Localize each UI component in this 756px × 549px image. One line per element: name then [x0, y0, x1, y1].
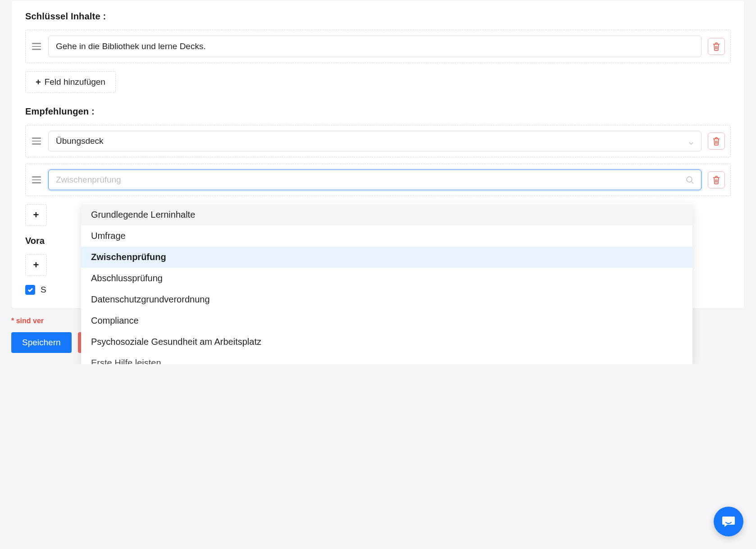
- svg-point-0: [687, 177, 692, 182]
- recommendation-row-2: Zwischenprüfung: [25, 164, 731, 196]
- select-placeholder: Zwischenprüfung: [56, 175, 121, 185]
- dropdown-item[interactable]: Zwischenprüfung: [81, 247, 692, 268]
- plus-icon: +: [33, 259, 39, 271]
- search-icon: [686, 176, 694, 184]
- dropdown-item[interactable]: Erste Hilfe leisten: [81, 352, 692, 364]
- trash-icon: [712, 137, 720, 146]
- key-contents-row: [25, 30, 731, 63]
- key-contents-input[interactable]: [48, 36, 701, 57]
- trash-icon: [712, 42, 720, 51]
- delete-button[interactable]: [708, 171, 725, 188]
- delete-button[interactable]: [708, 38, 725, 55]
- drag-handle-icon[interactable]: [31, 42, 42, 51]
- trash-icon: [712, 175, 720, 184]
- add-field-button[interactable]: + Feld hinzufügen: [25, 71, 116, 93]
- add-recommendation-button[interactable]: +: [25, 204, 47, 226]
- recommendations-block: Übungsdeck Zwischenprüfung: [25, 125, 731, 196]
- dropdown-item[interactable]: Abschlussprüfung: [81, 268, 692, 289]
- add-prerequisite-button[interactable]: +: [25, 254, 47, 276]
- drag-handle-icon[interactable]: [31, 175, 42, 184]
- recommendations-label: Empfehlungen :: [25, 106, 731, 117]
- delete-button[interactable]: [708, 133, 725, 150]
- dropdown-item[interactable]: Datenschutzgrundverordnung: [81, 289, 692, 310]
- recommendation-select-1[interactable]: Übungsdeck: [48, 131, 701, 151]
- select-value: Übungsdeck: [56, 136, 104, 146]
- chevron-down-icon: [688, 138, 694, 144]
- dropdown-item[interactable]: Grundlegende Lerninhalte: [81, 204, 692, 225]
- dropdown-item[interactable]: Psychosoziale Gesundheit am Arbeitsplatz: [81, 331, 692, 352]
- form-card: Schlüssel Inhalte : + Feld hinzufügen Em…: [11, 0, 745, 309]
- recommendation-row-1: Übungsdeck: [25, 125, 731, 157]
- recommendation-dropdown: Grundlegende Lerninhalte Umfrage Zwische…: [81, 203, 692, 364]
- dropdown-item[interactable]: Compliance: [81, 310, 692, 331]
- checkbox[interactable]: [25, 285, 35, 295]
- add-field-label: Feld hinzufügen: [45, 77, 105, 87]
- save-button[interactable]: Speichern: [11, 332, 72, 353]
- plus-icon: +: [36, 78, 41, 87]
- plus-icon: +: [33, 209, 39, 221]
- checkbox-label: S: [41, 285, 46, 295]
- recommendation-select-2[interactable]: Zwischenprüfung: [48, 169, 701, 190]
- key-contents-label: Schlüssel Inhalte :: [25, 11, 731, 22]
- drag-handle-icon[interactable]: [31, 137, 42, 146]
- dropdown-item[interactable]: Umfrage: [81, 225, 692, 247]
